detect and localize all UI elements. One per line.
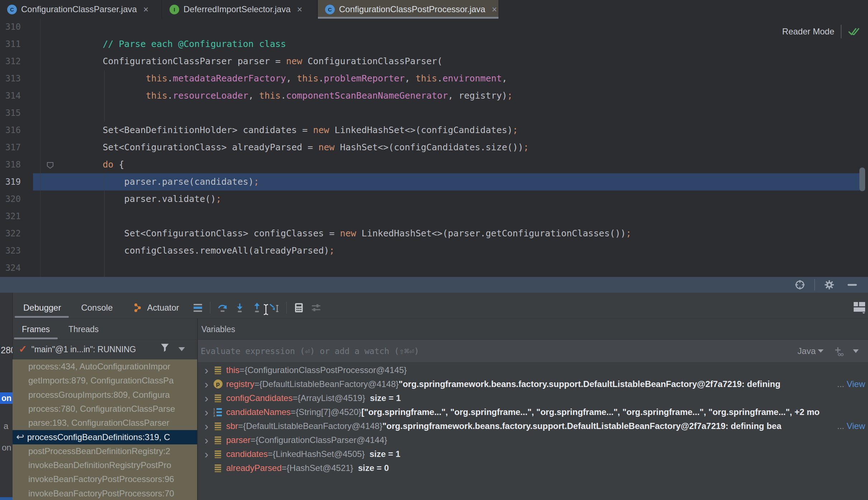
gutter-divider bbox=[40, 19, 40, 277]
variable-string-value: "org.springframework.beans.factory.suppo… bbox=[399, 379, 780, 389]
code-line: Set<BeanDefinitionHolder> candidates = n… bbox=[59, 122, 518, 139]
expand-chevron-icon[interactable]: › bbox=[202, 434, 210, 446]
variable-value: {DefaultListableBeanFactory@4148} bbox=[243, 421, 382, 431]
frame-row[interactable]: invokeBeanDefinitionRegistryPostPro bbox=[13, 458, 197, 472]
variable-row[interactable]: ›configCandidates = {ArrayList@4519} siz… bbox=[198, 391, 868, 405]
code-editor[interactable]: 3103113123133143153163173183193203213223… bbox=[0, 19, 868, 277]
code-token: configClasses.removeAll(alreadyParsed) bbox=[124, 245, 329, 256]
line-number[interactable]: 312 bbox=[2, 53, 21, 70]
threads-view-icon[interactable] bbox=[192, 302, 203, 313]
code-token: , registry) bbox=[448, 90, 507, 101]
class-icon: C bbox=[325, 5, 335, 14]
run-to-cursor-icon[interactable] bbox=[269, 302, 280, 313]
frame-label: invokeBeanDefinitionRegistryPostPro bbox=[28, 460, 171, 470]
line-number[interactable]: 313 bbox=[2, 70, 21, 87]
frame-row[interactable]: process:780, ConfigurationClassParse bbox=[13, 402, 197, 416]
add-watch-icon[interactable] bbox=[833, 346, 844, 357]
frame-label: postProcessBeanDefinitionRegistry:2 bbox=[28, 446, 170, 456]
frame-row[interactable]: invokeBeanFactoryPostProcessors:96 bbox=[13, 472, 197, 486]
line-number[interactable]: 311 bbox=[2, 36, 21, 53]
thread-dropdown-caret[interactable] bbox=[178, 347, 185, 351]
step-out-icon[interactable] bbox=[252, 302, 262, 313]
line-number[interactable]: 316 bbox=[2, 122, 21, 139]
thread-status-icon: ✓ bbox=[19, 344, 27, 354]
expand-chevron-icon[interactable]: › bbox=[202, 364, 210, 376]
line-number[interactable]: 321 bbox=[2, 208, 21, 225]
close-icon[interactable]: × bbox=[297, 4, 302, 15]
crosshair-icon[interactable] bbox=[795, 279, 805, 290]
step-over-icon[interactable] bbox=[217, 302, 228, 313]
frame-row[interactable]: postProcessBeanDefinitionRegistry:2 bbox=[13, 444, 197, 458]
code-token: new bbox=[313, 125, 329, 135]
gear-icon[interactable] bbox=[824, 279, 835, 290]
close-icon[interactable]: × bbox=[143, 4, 149, 15]
line-number[interactable]: 317 bbox=[2, 139, 21, 156]
view-link[interactable]: View bbox=[846, 421, 865, 431]
view-link[interactable]: View bbox=[846, 379, 865, 389]
variable-row[interactable]: ›pregistry = {DefaultListableBeanFactory… bbox=[198, 377, 868, 391]
layout-settings-icon[interactable] bbox=[853, 301, 866, 313]
code-token: problemReporter bbox=[324, 73, 405, 84]
expand-chevron-icon[interactable]: › bbox=[202, 448, 210, 460]
tab-threads[interactable]: Threads bbox=[59, 319, 108, 339]
step-into-icon[interactable] bbox=[234, 302, 245, 313]
variable-row[interactable]: ›candidates = {LinkedHashSet@4505} size … bbox=[198, 447, 868, 461]
language-selector[interactable]: Java bbox=[797, 346, 824, 356]
expand-chevron-icon[interactable]: › bbox=[202, 420, 210, 432]
tab-configuration-class-parser[interactable]: C ConfigurationClassParser.java × bbox=[0, 0, 162, 19]
code-token: Set<BeanDefinitionHolder> candidates = bbox=[102, 125, 313, 135]
variable-row[interactable]: ›123candidateNames = {String[7]@4520} ["… bbox=[198, 405, 868, 419]
background-fragment bbox=[0, 497, 13, 500]
equals: = bbox=[238, 421, 243, 431]
editor-scrollbar[interactable] bbox=[859, 168, 865, 191]
background-text-fragment: a bbox=[4, 421, 8, 431]
line-number[interactable]: 320 bbox=[2, 190, 21, 208]
frame-label: invokeBeanFactoryPostProcessors:96 bbox=[28, 474, 174, 484]
tab-configuration-class-post-processor[interactable]: C ConfigurationClassPostProcessor.java × bbox=[318, 0, 499, 19]
execution-point-icon: ↩ bbox=[16, 432, 24, 442]
line-number[interactable]: 322 bbox=[2, 225, 21, 242]
tab-label: Threads bbox=[68, 325, 99, 334]
frame-row[interactable]: getImports:879, ConfigurationClassPa bbox=[13, 373, 197, 388]
variable-row[interactable]: alreadyParsed = {HashSet@4521} size = 0 bbox=[198, 461, 868, 475]
loop-fold-icon[interactable] bbox=[46, 161, 54, 170]
hide-panel-icon[interactable] bbox=[847, 279, 858, 290]
panel-splitter[interactable] bbox=[0, 277, 868, 293]
expand-chevron-icon[interactable]: › bbox=[202, 378, 210, 390]
tab-debugger[interactable]: Debugger bbox=[13, 298, 71, 318]
tab-console[interactable]: Console bbox=[71, 298, 123, 318]
tab-actuator[interactable]: Actuator bbox=[123, 298, 189, 318]
line-number[interactable]: 324 bbox=[2, 259, 21, 277]
close-icon[interactable]: × bbox=[492, 4, 497, 15]
evaluate-expression-icon[interactable] bbox=[294, 302, 304, 313]
settings-sliders-icon[interactable] bbox=[311, 302, 321, 313]
inspections-ok-icon[interactable] bbox=[848, 26, 863, 37]
variable-value: {ConfigurationClassPostProcessor@4145} bbox=[244, 365, 407, 375]
reader-mode-label[interactable]: Reader Mode bbox=[782, 27, 834, 37]
line-number[interactable]: 314 bbox=[2, 87, 21, 104]
line-number[interactable]: 319 bbox=[2, 173, 21, 190]
variable-type-icon bbox=[213, 421, 223, 431]
tab-frames[interactable]: Frames bbox=[13, 319, 59, 339]
filter-funnel-icon[interactable] bbox=[160, 343, 170, 353]
frame-row[interactable]: process:434, AutoConfigurationImpor bbox=[13, 359, 197, 374]
frame-row[interactable]: ↩processConfigBeanDefinitions:319, C bbox=[13, 430, 197, 444]
variable-row[interactable]: ›this = {ConfigurationClassPostProcessor… bbox=[198, 363, 868, 377]
frame-row[interactable]: processGroupImports:809, Configura bbox=[13, 388, 197, 402]
variable-row[interactable]: ›parser = {ConfigurationClassParser@4144… bbox=[198, 433, 868, 447]
frame-row[interactable]: invokeBeanFactoryPostProcessors:70 bbox=[13, 486, 197, 500]
evaluate-expression-input[interactable]: Evaluate expression (⏎) or add a watch (… bbox=[198, 340, 868, 362]
expand-chevron-icon[interactable]: › bbox=[202, 392, 210, 404]
frame-row[interactable]: parse:193, ConfigurationClassParser bbox=[13, 416, 197, 430]
code-token: this bbox=[146, 73, 167, 84]
watch-options-caret[interactable] bbox=[853, 349, 859, 353]
variable-row[interactable]: ›sbr = {DefaultListableBeanFactory@4148}… bbox=[198, 419, 868, 433]
line-number[interactable]: 318 bbox=[2, 156, 21, 173]
ide-window: C ConfigurationClassParser.java × I Defe… bbox=[0, 0, 868, 500]
line-number[interactable]: 310 bbox=[2, 19, 21, 36]
code-token: ; bbox=[523, 142, 529, 152]
line-number[interactable]: 323 bbox=[2, 242, 21, 259]
expand-chevron-icon[interactable]: › bbox=[202, 406, 210, 418]
tab-deferred-import-selector[interactable]: I DeferredImportSelector.java × bbox=[162, 0, 318, 19]
line-number[interactable]: 315 bbox=[2, 104, 21, 122]
